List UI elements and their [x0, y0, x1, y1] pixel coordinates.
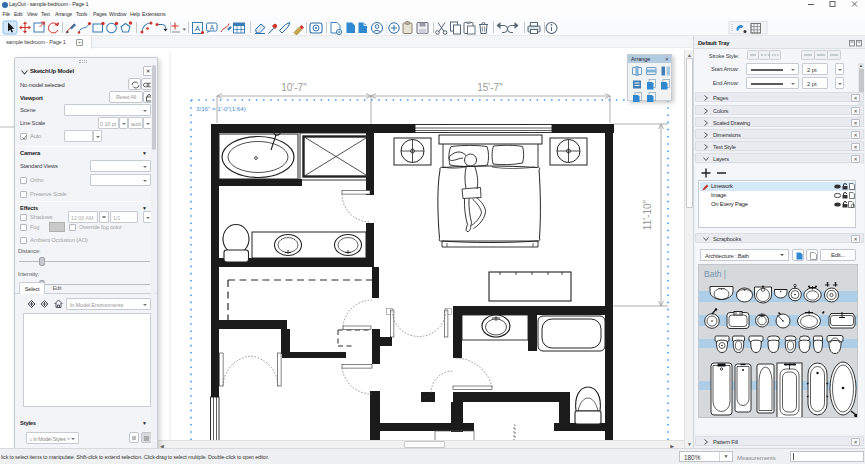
- svg-text:Bath |: Bath |: [704, 269, 726, 279]
- svg-text:A: A: [210, 24, 215, 31]
- svg-text:3/16" = 1'-0"(1:64): 3/16" = 1'-0"(1:64): [196, 105, 246, 112]
- svg-text:10'-7": 10'-7": [281, 82, 307, 93]
- svg-text:A: A: [195, 24, 201, 33]
- svg-text:15'-7": 15'-7": [477, 82, 503, 93]
- svg-text:11'-10": 11'-10": [642, 199, 653, 230]
